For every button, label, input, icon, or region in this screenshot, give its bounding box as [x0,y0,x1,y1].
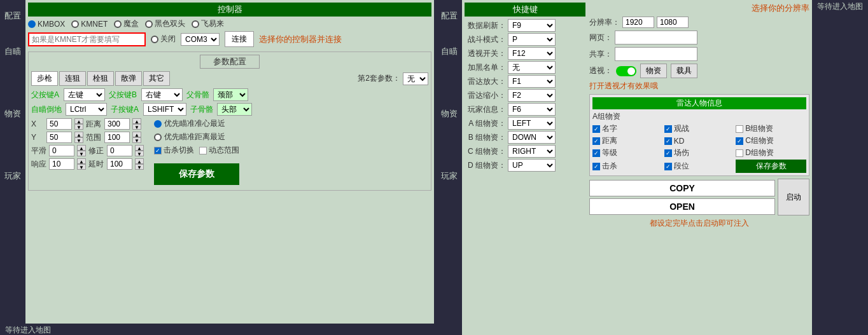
open-button[interactable]: OPEN [589,198,775,215]
hotkey-row-3: 加黑名单： 无 [465,61,585,74]
radio-off[interactable]: 关闭 [151,34,176,44]
controller-section: 控制器 KMBOX KMNET 魔盒 [28,3,431,49]
second-param-label: 第2套参数： [358,73,400,84]
r-label-items: 物资 [441,76,458,151]
toggle-switch[interactable] [616,66,636,76]
hotkey-radar-zoom-in-select[interactable]: F1 [508,75,556,88]
y-down-btn[interactable]: ▼ [74,137,83,143]
radio-black-dual[interactable]: 黑色双头 [145,18,185,29]
smooth-input[interactable] [49,145,74,156]
vehicle-btn[interactable]: 载具 [671,64,697,78]
right-status-bar: 等待进入地图 [812,0,868,11]
copy-button[interactable]: COPY [589,180,775,196]
connect-hint: 选择你的控制器并连接 [259,34,342,45]
smooth-up-btn[interactable]: ▲ [77,145,86,151]
hotkey-b-items-select[interactable]: DOWN [508,131,556,144]
x-label: X [31,120,44,128]
port-select[interactable]: COM3 [181,33,220,46]
save-param-button[interactable]: 保存参数 [154,163,239,185]
opt1-radio[interactable]: 优先瞄准准心最近 [154,118,239,129]
correction-down-btn[interactable]: ▼ [135,151,144,156]
check-c-items[interactable]: ✓ C组物资 [736,135,806,146]
response-up-btn[interactable]: ▲ [77,158,86,164]
check-level[interactable]: ✓ 等级 [592,147,663,158]
check-b-items[interactable]: B组物资 [736,123,806,134]
distance-input[interactable] [104,118,130,130]
smooth-label: 平滑 [31,146,46,156]
y-input[interactable] [46,132,72,143]
share-input[interactable] [615,47,697,61]
check-watch[interactable]: ✓ 观战 [664,123,735,134]
x-input[interactable] [46,118,72,130]
opt2-radio[interactable]: 优先瞄准距离最近 [154,132,239,142]
correction-input[interactable] [107,145,132,156]
distance-down-btn[interactable]: ▼ [132,124,141,130]
start-button[interactable]: 启动 [778,179,809,215]
hotkey-d-items-select[interactable]: UP [508,159,556,172]
y-up-btn[interactable]: ▲ [74,132,83,137]
radio-kmbox[interactable]: KMBOX [28,20,65,29]
delay-input[interactable] [107,158,132,170]
tab-other[interactable]: 其它 [143,71,170,86]
res-width-input[interactable] [622,17,654,28]
range-input[interactable] [104,132,130,143]
response-down-btn[interactable]: ▼ [77,164,86,170]
parent-key-b-select[interactable]: 右键 [141,88,183,101]
distance-up-btn[interactable]: ▲ [132,118,141,124]
check-damage[interactable]: ✓ 场伤 [664,147,735,158]
hotkey-refresh-select[interactable]: F9 [508,19,556,32]
range-up-btn[interactable]: ▲ [132,132,141,137]
x-up-btn[interactable]: ▲ [74,118,83,124]
webpage-input[interactable] [615,31,697,44]
check2-checkbox[interactable]: 动态范围 [199,145,239,156]
check-kd[interactable]: ✓ KD [664,135,735,146]
hotkey-a-items-select[interactable]: LEFT [508,117,556,130]
resolution-label: 分辨率： [589,17,620,28]
check-d-items[interactable]: D组物资 [736,147,806,158]
hotkey-battle-select[interactable]: P [508,33,556,46]
label-items: 物资 [4,76,21,151]
check-kills[interactable]: ✓ 击杀 [592,160,663,173]
res-height-input[interactable] [657,17,689,28]
tab-rifle[interactable]: 步枪 [31,71,58,86]
kmnet-input[interactable] [28,32,146,46]
child-key-a-select[interactable]: LSHIFT [143,103,186,116]
tab-semi[interactable]: 连狙 [59,71,86,86]
check-rank[interactable]: ✓ 段位 [664,160,735,173]
hotkey-player-info-select[interactable]: F6 [508,103,556,116]
connect-button[interactable]: 连接 [225,31,254,47]
radio-magic-box[interactable]: 魔盒 [114,18,139,29]
correction-up-btn[interactable]: ▲ [135,145,144,151]
correction-label: 修正 [88,146,104,156]
hotkey-c-items-select[interactable]: RIGHT [508,145,556,158]
radio-fly[interactable]: 飞易来 [192,18,224,29]
hotkey-radar-zoom-out-select[interactable]: F2 [508,89,556,102]
smooth-down-btn[interactable]: ▼ [77,151,86,156]
hotkey-blacklist-select[interactable]: 无 [508,61,556,74]
check1-checkbox[interactable]: ✓ 击杀切换 [154,145,194,156]
range-down-btn[interactable]: ▼ [132,137,141,143]
radio-kmnet[interactable]: KMNET [71,20,108,29]
bottom-hint: 都设定完毕点击启动即可注入 [650,219,749,228]
r-label-player: 玩家 [441,151,458,201]
second-param-select[interactable]: 无 [403,72,428,85]
parent-key-a-select[interactable]: 左键 [64,88,105,101]
parent-bone-select[interactable]: 颈部 [213,88,248,101]
check-distance[interactable]: ✓ 距离 [592,135,663,146]
save-param-right-btn[interactable]: 保存参数 [736,160,806,173]
delay-up-btn[interactable]: ▲ [135,158,144,164]
webpage-label: 网页： [589,32,612,43]
r-label-auto-aim: 自瞄 [441,27,458,76]
y-label: Y [31,133,44,142]
child-bone-select[interactable]: 头部 [217,103,252,116]
auto-aim-select[interactable]: LCtrl [66,103,107,116]
hotkey-transparent-select[interactable]: F12 [508,47,556,60]
hotkey-row-1: 战斗模式： P [465,33,585,46]
material-btn[interactable]: 物资 [640,64,667,78]
x-down-btn[interactable]: ▼ [74,124,83,130]
tab-bolt[interactable]: 栓狙 [87,71,114,86]
response-input[interactable] [49,158,74,170]
tab-shotgun[interactable]: 散弹 [115,71,142,86]
check-name[interactable]: ✓ 名字 [592,123,663,134]
delay-down-btn[interactable]: ▼ [135,164,144,170]
